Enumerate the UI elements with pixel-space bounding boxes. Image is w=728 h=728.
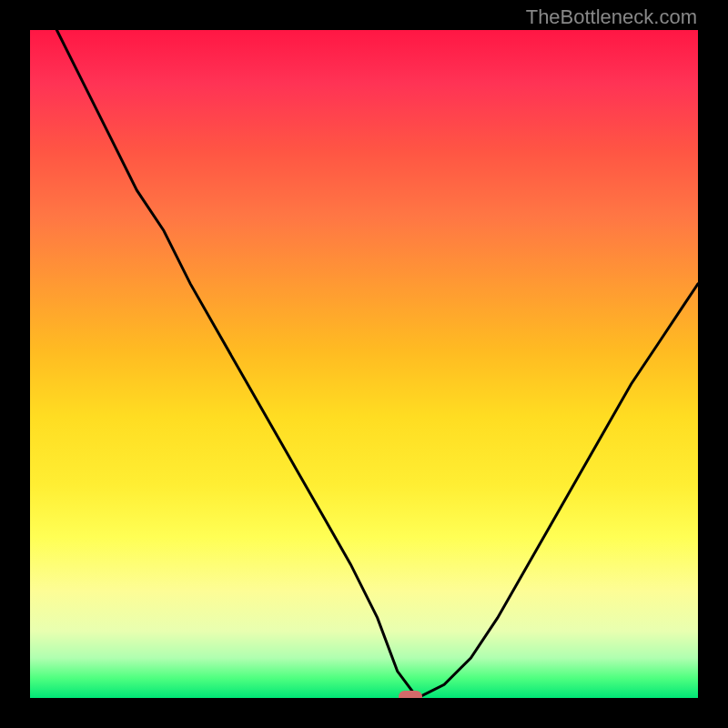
plot-area (30, 30, 698, 698)
watermark-text: TheBottleneck.com (526, 5, 697, 29)
bottleneck-chart: TheBottleneck.com (0, 0, 728, 728)
optimal-point-marker (399, 691, 422, 698)
bottleneck-curve (30, 30, 698, 698)
curve-layer (30, 30, 698, 698)
